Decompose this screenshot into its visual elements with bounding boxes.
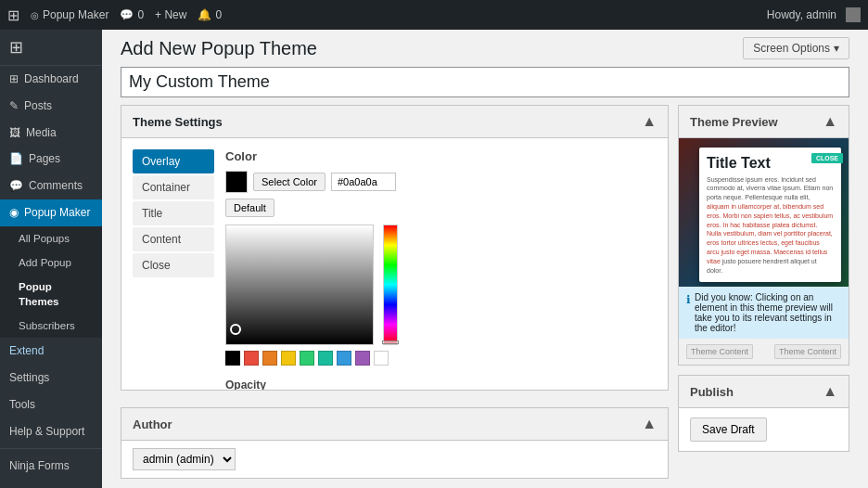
theme-name-input[interactable] [121,67,849,97]
preview-body: CLOSE Title Text Suspendisse ipsum eros.… [679,138,849,365]
sidebar-item-popup-themes[interactable]: Popup Themes [0,275,102,314]
publish-body: Save Draft [679,408,849,451]
author-body: admin (admin) [121,441,668,478]
sidebar-item-popup-maker[interactable]: ◉ Popup Maker [0,199,102,226]
tab-overlay[interactable]: Overlay [133,149,214,173]
publish-header: Publish ▲ [679,376,849,408]
sidebar-divider [0,448,102,449]
opacity-label: Opacity [225,379,657,390]
preview-screenshot: CLOSE Title Text Suspendisse ipsum eros.… [679,138,849,287]
swatch-green[interactable] [300,351,314,366]
preview-toggle-button[interactable]: ▲ [823,113,837,130]
right-sidebar: Theme Preview ▲ CLOSE Title Text Suspend… [678,105,849,479]
sidebar-item-media[interactable]: 🖼 Media [0,120,102,147]
new-button[interactable]: + New [155,8,186,21]
screen-options-button[interactable]: Screen Options ▾ [743,37,849,59]
panel-toggle-button[interactable]: ▲ [642,113,657,130]
swatch-white[interactable] [374,351,389,366]
publish-title: Publish [690,385,734,399]
default-button[interactable]: Default [225,199,274,217]
sidebar-item-all-popups[interactable]: All Popups [0,226,102,250]
panel-header: Theme Settings ▲ [121,106,668,138]
posts-icon: ✎ [9,98,19,114]
admin-bar-right: Howdy, admin [767,7,861,22]
new-count[interactable]: 🔔 0 [198,8,222,21]
swatch-blue[interactable] [337,351,351,366]
author-header: Author ▲ [121,408,668,441]
sidebar-item-posts[interactable]: ✎ Posts [0,93,102,120]
page-header: Add New Popup Theme Screen Options ▾ [102,30,868,59]
page-title: Add New Popup Theme [121,38,317,59]
admin-bar: ⊞ ◎ Popup Maker 💬 0 + New 🔔 0 Howdy, adm… [0,0,868,30]
select-color-button[interactable]: Select Color [253,173,326,191]
swatch-purple[interactable] [355,351,370,366]
site-name[interactable]: ◎ Popup Maker [31,8,108,21]
sidebar-item-add-popup[interactable]: Add Popup [0,250,102,275]
sidebar-item-settings[interactable]: Settings [0,365,102,392]
wp-logo[interactable]: ⊞ [7,6,19,24]
color-picker [225,225,657,366]
content-area: Theme Settings ▲ Overlay Container Title… [102,105,868,488]
color-hex-input[interactable] [331,173,396,191]
tab-container[interactable]: Container [133,175,214,199]
preview-popup[interactable]: CLOSE Title Text Suspendisse ipsum eros.… [699,148,841,282]
color-gradient[interactable] [225,225,374,345]
sidebar: ⊞ ⊞ Dashboard ✎ Posts 🖼 Media 📄 Pages 💬 … [0,30,102,488]
swatch-orange[interactable] [262,351,277,366]
sidebar-item-pages[interactable]: 📄 Pages [0,146,102,173]
swatch-red[interactable] [244,351,259,366]
info-icon: ℹ [686,293,691,306]
publish-panel: Publish ▲ Save Draft [678,375,849,452]
popup-maker-icon: ◉ [9,205,19,221]
tab-close[interactable]: Close [133,253,214,277]
sidebar-item-extend[interactable]: Extend [0,338,102,365]
panel-body: Overlay Container Title Content Close Co… [121,138,668,390]
author-panel: Author ▲ admin (admin) [121,407,669,479]
sidebar-item-tools[interactable]: Tools [0,392,102,418]
sidebar-item-comments[interactable]: 💬 Comments [0,173,102,199]
publish-toggle-button[interactable]: ▲ [823,383,837,400]
sidebar-logo: ⊞ [0,30,102,66]
tab-title[interactable]: Title [133,201,214,225]
howdy-label: Howdy, admin [767,8,836,21]
sidebar-item-help-support[interactable]: Help & Support [0,418,102,445]
tab-content[interactable]: Content [133,227,214,251]
sidebar-item-ninja-forms[interactable]: Ninja Forms [0,453,102,480]
sidebar-item-dashboard[interactable]: ⊞ Dashboard [0,66,102,93]
main-content: Add New Popup Theme Screen Options ▾ The… [102,30,868,488]
preview-info: ℹ Did you know: Clicking on an element i… [679,287,849,339]
swatch-teal[interactable] [318,351,333,366]
color-input-row: Select Color [225,171,657,193]
avatar [846,7,861,22]
author-title: Author [133,417,172,431]
sidebar-item-appearance[interactable]: Appearance [0,480,102,488]
sidebar-submenu-popup-maker: All Popups Add Popup Popup Themes Subscr… [0,226,102,338]
author-select[interactable]: admin (admin) [133,448,236,470]
dashboard-icon: ⊞ [9,71,19,87]
author-toggle-button[interactable]: ▲ [642,416,657,432]
theme-preview-panel: Theme Preview ▲ CLOSE Title Text Suspend… [678,105,849,366]
preview-red-text: aliquam in ullamcorper at, bibendum sed … [707,203,833,264]
preview-footer: Theme Content Theme Content [679,339,849,365]
swatch-yellow[interactable] [281,351,296,366]
preview-close-button[interactable]: CLOSE [811,153,843,163]
comments-count[interactable]: 💬 0 [120,8,144,21]
hue-slider[interactable] [383,225,398,345]
tab-nav: Overlay Container Title Content Close [133,149,214,277]
preview-title: Theme Preview [690,115,778,129]
pages-icon: 📄 [9,151,23,167]
preview-popup-text: Suspendisse ipsum eros. Incidunt sed com… [707,175,834,276]
swatch-black[interactable] [225,351,240,366]
preview-footer-item-2: Theme Content [774,344,841,359]
preview-header: Theme Preview ▲ [679,106,849,138]
chevron-down-icon: ▾ [834,42,839,55]
left-panels: Theme Settings ▲ Overlay Container Title… [121,105,669,479]
gradient-handle[interactable] [230,324,241,335]
save-draft-button[interactable]: Save Draft [690,417,767,442]
sidebar-item-subscribers[interactable]: Subscribers [0,314,102,338]
opacity-section: Opacity 38% - + [225,379,657,390]
comments-icon: 💬 [9,178,23,194]
main-layout: ⊞ ⊞ Dashboard ✎ Posts 🖼 Media 📄 Pages 💬 … [0,30,868,488]
color-swatches [225,351,657,366]
theme-name-row [102,59,868,105]
